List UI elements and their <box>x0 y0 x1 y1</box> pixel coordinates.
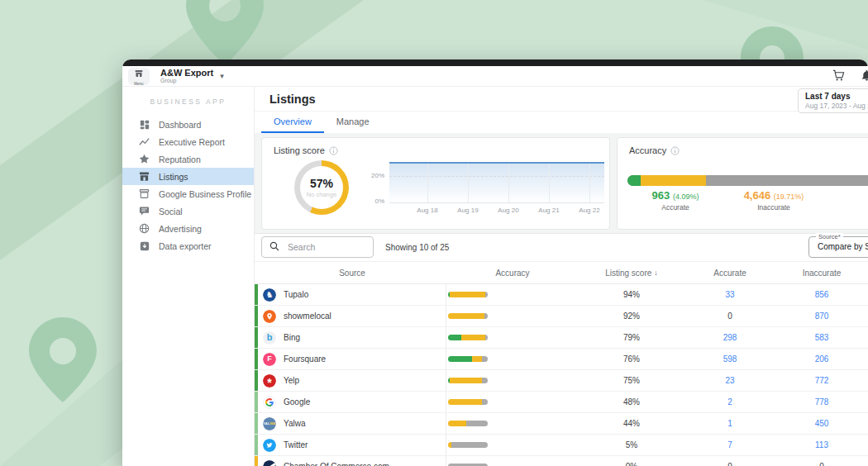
chevron-down-icon: ▾ <box>220 72 224 80</box>
accuracy-bar <box>627 175 868 186</box>
chamber-of-commerce-icon <box>263 460 276 466</box>
search-box[interactable] <box>261 236 374 258</box>
column-header-accurate[interactable]: Accurate <box>684 262 775 283</box>
sidebar-item-reputation[interactable]: Reputation <box>122 150 254 168</box>
sidebar-item-label: Social <box>159 207 183 216</box>
y-axis-tick: 20% <box>361 172 384 179</box>
accurate-count-cell[interactable]: 33 <box>684 284 775 305</box>
source-name: Twitter <box>284 440 308 449</box>
content-area: Listing score 57% No change <box>255 133 868 466</box>
column-header-source[interactable]: Source <box>258 262 446 283</box>
inaccurate-count-cell[interactable]: 778 <box>775 392 868 412</box>
social-icon <box>139 206 150 216</box>
yelp-icon: * <box>263 374 276 388</box>
accurate-count-cell[interactable]: 7 <box>684 435 775 455</box>
dashboard-icon <box>139 119 150 130</box>
table-row[interactable]: YALWA Yalwa 44% 1 450 <box>255 413 868 435</box>
sidebar: BUSINESS APP DashboardExecutive ReportRe… <box>122 87 255 466</box>
sidebar-item-dashboard[interactable]: Dashboard <box>122 116 254 133</box>
inaccurate-count-cell[interactable]: 856 <box>775 284 868 305</box>
search-icon <box>269 240 279 254</box>
source-name: Foursquare <box>284 354 326 364</box>
accurate-count-cell[interactable]: 1 <box>684 413 775 434</box>
table-row[interactable]: Chamber Of Commerce.com 0% 0 0 <box>255 456 868 466</box>
accuracy-mini-bar <box>448 378 488 383</box>
sidebar-item-label: Reputation <box>159 155 201 164</box>
inaccurate-count-cell[interactable]: 583 <box>775 327 868 348</box>
storefront-icon <box>135 66 143 81</box>
table-row[interactable]: showmelocal 92% 0 870 <box>255 306 868 327</box>
date-range-picker[interactable]: Last 7 days Aug 17, 2023 - Aug 23, 2023 <box>798 88 868 113</box>
table-row[interactable]: Google 48% 2 778 <box>255 392 868 413</box>
x-axis-tick: Aug 22 <box>570 207 609 214</box>
accurate-count-cell[interactable]: 0 <box>684 306 775 326</box>
column-header-accuracy[interactable]: Accuracy <box>446 262 579 283</box>
search-input[interactable] <box>286 241 365 253</box>
tab-manage[interactable]: Manage <box>324 112 382 133</box>
info-icon[interactable] <box>670 146 680 155</box>
inaccurate-count-cell[interactable]: 772 <box>775 370 868 391</box>
inaccurate-count-cell[interactable]: 0 <box>775 456 868 466</box>
inaccurate-label: Inaccurate <box>723 203 824 212</box>
accuracy-mini-bar <box>448 399 488 405</box>
accurate-count-cell[interactable]: 2 <box>684 392 775 412</box>
compare-select-label: Source* <box>816 233 843 240</box>
listing-score-title: Listing score <box>274 145 325 155</box>
info-icon[interactable] <box>329 146 338 155</box>
bell-icon[interactable] <box>861 69 868 85</box>
table-row[interactable]: * Yelp 75% 23 772 <box>255 370 868 392</box>
inaccurate-count-cell[interactable]: 206 <box>775 349 868 369</box>
accuracy-mini-bar <box>448 421 488 426</box>
inaccurate-count-cell[interactable]: 870 <box>775 306 868 326</box>
table-row[interactable]: ♞ Tupalo 94% 33 856 <box>255 284 868 306</box>
sidebar-item-advertising[interactable]: Advertising <box>122 220 254 237</box>
listing-score-cell: 0% <box>579 456 684 466</box>
source-name: Yalwa <box>284 419 306 428</box>
accurate-count-cell[interactable]: 298 <box>684 327 775 348</box>
source-name: Google <box>284 397 310 407</box>
listing-score-cell: 76% <box>579 349 684 369</box>
reputation-icon <box>139 154 150 164</box>
sidebar-item-label: Data exporter <box>159 241 212 251</box>
sidebar-item-executive-report[interactable]: Executive Report <box>122 133 254 150</box>
sidebar-item-label: Dashboard <box>159 120 201 130</box>
google-icon <box>263 396 276 409</box>
listings-icon <box>139 171 150 182</box>
accurate-count-cell[interactable]: 598 <box>684 349 775 369</box>
sidebar-item-listings[interactable]: Listings <box>122 168 254 185</box>
tab-overview[interactable]: Overview <box>261 112 324 133</box>
table-row[interactable]: F Foursquare 76% 598 206 <box>255 349 868 370</box>
page-title: Listings <box>255 87 868 112</box>
bing-icon: b <box>263 331 276 345</box>
sidebar-item-label: Advertising <box>159 224 202 234</box>
app-window: Menu A&W Export Group ▾ BUSINESS APP Das… <box>122 59 868 466</box>
inaccurate-count-cell[interactable]: 113 <box>775 435 868 455</box>
inaccurate-count-cell[interactable]: 450 <box>775 413 868 434</box>
table-header: Source Accuracy Listing score ↓ Accurate… <box>255 262 868 284</box>
tupalo-icon: ♞ <box>263 288 276 302</box>
sidebar-item-google-business-profile[interactable]: Google Business Profile <box>122 185 254 202</box>
accurate-count-cell[interactable]: 0 <box>684 456 775 466</box>
screenshot-stage: Menu A&W Export Group ▾ BUSINESS APP Das… <box>0 0 868 466</box>
yalwa-icon: YALWA <box>263 417 276 430</box>
table-row[interactable]: Twitter 5% 7 113 <box>255 435 868 456</box>
source-name: Yelp <box>284 376 299 385</box>
menu-button[interactable]: Menu <box>128 68 150 85</box>
foursquare-icon: F <box>263 353 276 366</box>
table-row[interactable]: b Bing 79% 298 583 <box>255 327 868 349</box>
accurate-label: Accurate <box>629 203 722 212</box>
listing-score-trend-chart: 20% 0% Aug 18Aug 19Aug 20Aug 21Aug 22 <box>389 162 604 203</box>
accurate-count-cell[interactable]: 23 <box>684 370 775 391</box>
compare-by-source-select[interactable]: Source* Compare by Source <box>808 236 868 258</box>
sidebar-item-data-exporter[interactable]: Data exporter <box>122 237 254 254</box>
sidebar-item-label: Listings <box>159 172 188 182</box>
account-switcher[interactable]: A&W Export Group ▾ <box>160 69 224 84</box>
sidebar-item-social[interactable]: Social <box>122 202 254 220</box>
listing-score-donut: 57% No change <box>294 160 349 215</box>
column-header-listing-score[interactable]: Listing score ↓ <box>579 262 684 283</box>
cart-icon[interactable] <box>832 69 845 85</box>
y-axis-tick: 0% <box>361 197 384 205</box>
column-header-inaccurate[interactable]: Inaccurate <box>775 262 868 283</box>
showmelocal-icon <box>263 310 276 323</box>
listing-score-cell: 92% <box>579 306 684 326</box>
